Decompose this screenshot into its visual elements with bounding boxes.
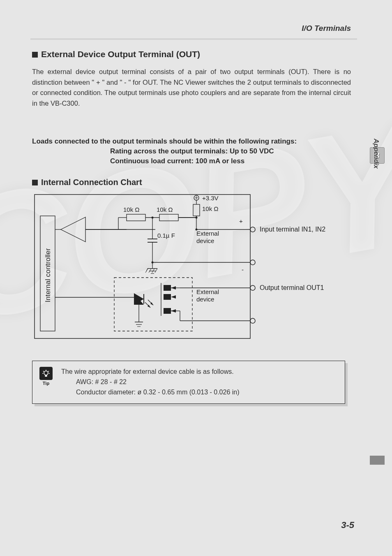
svg-rect-87 — [45, 375, 47, 377]
page-content: External Device Output Terminal (OUT) Th… — [32, 49, 351, 404]
svg-rect-65 — [164, 285, 171, 291]
svg-text:device: device — [196, 296, 214, 303]
svg-point-46 — [250, 227, 255, 232]
header-breadcrumb: I/O Terminals — [0, 24, 392, 33]
svg-line-29 — [155, 269, 157, 273]
tip-icon: Tip — [38, 367, 54, 386]
ratings-line2: Rating across the output terminals: Up t… — [32, 147, 351, 155]
svg-point-77 — [250, 285, 255, 290]
section-heading-out-text: External Device Output Terminal (OUT) — [41, 49, 200, 59]
svg-point-78 — [250, 318, 255, 323]
section-heading-chart: Internal Connection Chart — [32, 178, 351, 187]
svg-line-84 — [48, 371, 49, 372]
svg-line-83 — [43, 371, 44, 372]
label-r2: 10k Ω — [157, 206, 173, 213]
appendix-label: Appendix — [372, 139, 380, 169]
svg-point-42 — [196, 217, 198, 219]
ratings-line3: Continuous load current: 100 mA or less — [32, 157, 351, 165]
lightbulb-icon — [39, 367, 53, 380]
svg-line-26 — [145, 269, 148, 273]
ratings-block: Loads connected to the output terminals … — [32, 137, 351, 165]
label-cap: 0.1µ F — [157, 232, 175, 239]
section-heading-out: External Device Output Terminal (OUT) — [32, 49, 351, 59]
svg-rect-0 — [35, 195, 250, 338]
side-marker — [370, 456, 385, 465]
svg-rect-11 — [159, 214, 178, 221]
label-voltage: +3.3V — [202, 195, 219, 202]
tip-label: Tip — [38, 381, 54, 386]
svg-text:External: External — [196, 288, 219, 295]
tip-box: Tip The wire appropriate for external de… — [32, 361, 345, 403]
svg-rect-66 — [164, 294, 171, 300]
connection-chart-svg: Internal controller 10k Ω 10k Ω — [32, 190, 344, 343]
label-input-terminal: Input terminal IN1, IN2 — [260, 226, 325, 233]
label-output-terminal: Output terminal OUT1 — [260, 284, 324, 291]
section-out-body: The external device output terminal cons… — [32, 67, 351, 109]
square-bullet-icon — [32, 52, 38, 58]
label-r-pullup: 10k Ω — [202, 205, 219, 212]
label-plus: + — [239, 218, 243, 225]
svg-rect-50 — [114, 278, 192, 331]
svg-line-28 — [152, 269, 154, 273]
header-rule — [30, 39, 357, 40]
tip-line2: AWG: # 28 - # 22 — [61, 377, 337, 387]
label-minus: - — [242, 266, 244, 273]
svg-line-27 — [149, 269, 151, 273]
section-heading-chart-text: Internal Connection Chart — [41, 178, 142, 187]
svg-point-47 — [250, 260, 255, 265]
square-bullet-icon — [32, 180, 38, 185]
tip-line3: Conductor diameter: ø 0.32 - 0.65 mm (0.… — [61, 387, 337, 398]
label-internal-controller: Internal controller — [44, 248, 52, 303]
label-r1: 10k Ω — [123, 206, 140, 213]
svg-point-81 — [44, 371, 48, 375]
svg-text:External: External — [196, 230, 219, 237]
tip-line1: The wire appropriate for external device… — [61, 367, 337, 377]
svg-marker-2 — [61, 217, 85, 242]
svg-point-45 — [152, 262, 154, 264]
svg-rect-35 — [193, 204, 200, 216]
svg-rect-67 — [164, 308, 171, 314]
page-number: 3-5 — [341, 520, 354, 531]
svg-marker-70 — [171, 295, 176, 299]
svg-rect-5 — [127, 214, 145, 221]
ratings-line1: Loads connected to the output terminals … — [32, 137, 351, 146]
svg-text:device: device — [196, 237, 214, 244]
